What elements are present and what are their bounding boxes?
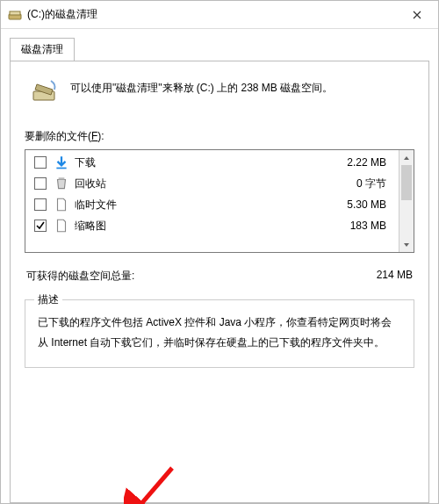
item-size: 183 MB bbox=[350, 220, 390, 232]
close-button[interactable] bbox=[399, 3, 435, 27]
svg-rect-1 bbox=[10, 11, 20, 15]
recycle-bin-icon bbox=[54, 176, 69, 191]
checkbox[interactable] bbox=[34, 220, 47, 232]
scroll-down-button[interactable] bbox=[399, 237, 414, 252]
cleanup-icon bbox=[32, 77, 60, 108]
total-row: 可获得的磁盘空间总量: 214 MB bbox=[25, 269, 414, 284]
tabstrip: 磁盘清理 bbox=[10, 36, 429, 61]
window-title: (C:)的磁盘清理 bbox=[27, 7, 399, 22]
total-label: 可获得的磁盘空间总量: bbox=[26, 269, 377, 284]
files-to-delete-label: 要删除的文件(F): bbox=[25, 129, 414, 144]
item-size: 5.30 MB bbox=[347, 198, 390, 211]
description-legend: 描述 bbox=[34, 292, 62, 307]
item-size: 2.22 MB bbox=[347, 156, 390, 169]
titlebar: (C:)的磁盘清理 bbox=[1, 1, 438, 29]
intro-text: 可以使用"磁盘清理"来释放 (C:) 上的 238 MB 磁盘空间。 bbox=[70, 77, 414, 97]
list-item[interactable]: 回收站 0 字节 bbox=[25, 173, 399, 194]
svg-rect-3 bbox=[56, 168, 66, 169]
checkbox[interactable] bbox=[34, 198, 47, 211]
scrollbar[interactable] bbox=[399, 150, 414, 252]
item-name: 缩略图 bbox=[75, 219, 350, 234]
list-item[interactable]: 下载 2.22 MB bbox=[25, 152, 399, 173]
download-icon bbox=[54, 155, 69, 170]
file-icon bbox=[54, 197, 69, 212]
tab-disk-cleanup[interactable]: 磁盘清理 bbox=[10, 38, 75, 61]
checkbox[interactable] bbox=[34, 177, 47, 190]
description-text: 已下载的程序文件包括 ActiveX 控件和 Java 小程序，你查看特定网页时… bbox=[38, 313, 401, 353]
svg-rect-4 bbox=[59, 177, 65, 179]
scroll-thumb[interactable] bbox=[401, 165, 412, 200]
tab-panel: 可以使用"磁盘清理"来释放 (C:) 上的 238 MB 磁盘空间。 要删除的文… bbox=[10, 61, 429, 503]
file-listbox: 下载 2.22 MB 回收站 0 字节 bbox=[25, 149, 414, 253]
item-name: 回收站 bbox=[75, 176, 356, 191]
file-icon bbox=[54, 218, 69, 234]
intro-row: 可以使用"磁盘清理"来释放 (C:) 上的 238 MB 磁盘空间。 bbox=[25, 74, 414, 129]
list-item[interactable]: 临时文件 5.30 MB bbox=[25, 194, 399, 215]
scroll-up-button[interactable] bbox=[399, 150, 414, 165]
list-item[interactable]: 缩略图 183 MB bbox=[25, 215, 399, 236]
item-size: 0 字节 bbox=[356, 176, 390, 191]
description-group: 描述 已下载的程序文件包括 ActiveX 控件和 Java 小程序，你查看特定… bbox=[25, 299, 414, 368]
client-area: 磁盘清理 可以使用"磁盘清理"来释放 (C:) 上的 238 MB 磁盘空间。 … bbox=[1, 29, 438, 503]
item-name: 下载 bbox=[75, 155, 347, 170]
total-value: 214 MB bbox=[377, 269, 413, 284]
item-name: 临时文件 bbox=[75, 198, 347, 212]
drive-icon bbox=[8, 8, 22, 22]
scroll-track[interactable] bbox=[399, 165, 414, 237]
checkbox[interactable] bbox=[34, 156, 47, 169]
file-list[interactable]: 下载 2.22 MB 回收站 0 字节 bbox=[25, 150, 399, 252]
disk-cleanup-window: (C:)的磁盘清理 磁盘清理 可以使用"磁盘清理"来释放 (C:) 上的 238… bbox=[0, 0, 439, 504]
